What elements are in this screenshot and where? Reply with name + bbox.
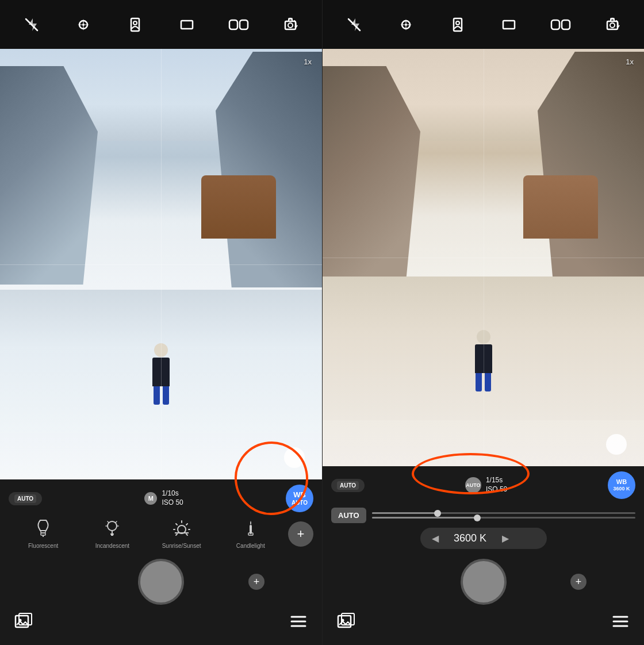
tree-right-warm [538,52,644,287]
svg-point-29 [456,21,459,25]
menu-icon-right[interactable] [611,614,630,633]
live-view-icon[interactable] [226,12,251,37]
left-bottom-controls: AUTO M 1/10s ISO 50 WB AUTO [0,479,322,645]
right-camera-info-row: AUTO AUTO 1/15s ISO 50 WB 3600 K [328,473,638,503]
svg-rect-12 [41,533,45,535]
live-view-icon-right[interactable] [548,12,573,37]
svg-rect-6 [229,20,237,29]
left-bottom-nav [6,609,316,639]
fluorescent-label: Fluorescent [28,543,58,549]
auto-label: AUTO [14,494,36,503]
temp-right-arrow[interactable]: ▶ [502,533,509,544]
candlelight-label: Candlelight [236,543,265,549]
wb-slider-1[interactable] [372,512,635,514]
right-bottom-controls: AUTO AUTO 1/15s ISO 50 WB 3600 K AUTO [323,466,644,645]
shutter-button-right[interactable] [461,559,507,605]
shutter-speed: 1/10s [162,489,178,498]
exposure-circle-right[interactable] [606,434,627,455]
candlelight-icon [245,519,256,541]
shutter-speed-right: 1/15s [486,476,503,485]
gallery-icon[interactable] [14,612,33,635]
menu-icon[interactable] [289,614,308,633]
temp-value: 3600 K [447,532,493,544]
shutter-button[interactable] [138,559,184,605]
mode-badge-right[interactable]: AUTO [465,477,481,493]
incandescent-icon [105,519,120,541]
mode-badge[interactable]: M [144,492,157,505]
svg-point-9 [288,23,293,28]
macro-icon[interactable] [71,12,96,37]
wb-sub: AUTO [292,500,308,506]
wb-auto-button[interactable]: AUTO [331,508,366,523]
wb-badge-right[interactable]: WB 3600 K [608,471,635,499]
temp-left-arrow[interactable]: ◀ [432,533,439,544]
svg-rect-30 [503,21,515,29]
right-shutter-row: + [328,552,638,609]
flash-off-icon[interactable] [19,12,44,37]
auto-badge-right[interactable]: AUTO [331,479,365,492]
left-viewfinder[interactable]: 1x [0,49,322,479]
wb-presets-row: Fluorescent Incandescent [6,516,316,552]
temp-control-row: ◀ 3600 K ▶ [328,528,638,552]
wb-sliders [372,512,635,519]
macro-icon-right[interactable] [393,12,419,37]
sunrise-icon [172,519,191,541]
fluorescent-icon [36,519,51,541]
wb-preset-sunrise[interactable]: Sunrise/Sunset [147,519,216,549]
svg-point-4 [133,21,137,25]
mode-stats: M 1/10s ISO 50 [144,489,183,507]
wb-slider-2[interactable] [372,517,635,519]
left-camera-info-row: AUTO M 1/10s ISO 50 WB AUTO [6,486,316,516]
svg-rect-35 [611,18,614,21]
svg-point-34 [610,23,615,28]
rock-warm [523,175,598,239]
incandescent-label: Incandescent [95,543,130,549]
wb-sub-right: 3600 K [613,486,630,492]
svg-rect-10 [289,18,292,21]
camera-stats-right: 1/15s ISO 50 [486,476,507,494]
iso-value-right: ISO 50 [486,485,507,494]
wb-label: WB [293,491,306,499]
temp-control: ◀ 3600 K ▶ [420,528,547,549]
left-toolbar [0,0,322,49]
iso-value: ISO 50 [162,498,183,508]
wb-preset-candlelight[interactable]: Candlelight [216,519,285,549]
camera-rotate-icon-right[interactable] [600,12,625,37]
wb-label-right: WB [616,478,627,486]
wb-badge[interactable]: WB AUTO [286,485,313,512]
wb-manual-row: AUTO [328,503,638,528]
sunrise-label: Sunrise/Sunset [162,543,201,549]
right-viewfinder[interactable]: 1x [323,49,644,466]
rock-formation [201,175,276,239]
left-shutter-row: + [6,552,316,609]
auto-label-right: AUTO [337,481,359,490]
shutter-plus-button[interactable]: + [248,574,264,590]
camera-rotate-icon[interactable] [278,12,303,37]
portrait-icon[interactable] [122,12,148,37]
aspect-ratio-icon[interactable] [174,12,200,37]
gallery-icon-right[interactable] [337,612,355,635]
zoom-indicator: 1x [304,57,312,66]
exposure-circle[interactable] [284,447,305,468]
svg-rect-7 [240,20,248,29]
add-wb-preset-button[interactable]: + [288,521,313,547]
aspect-ratio-icon-right[interactable] [496,12,522,37]
svg-rect-31 [551,20,559,29]
auto-badge[interactable]: AUTO [9,492,42,505]
svg-rect-5 [181,21,193,29]
portrait-icon-right[interactable] [445,12,470,37]
zoom-indicator-right: 1x [626,57,634,66]
tree-right [216,52,322,287]
right-bottom-nav [328,609,638,639]
shutter-plus-button-right[interactable]: + [570,574,586,590]
mode-stats-right: AUTO 1/15s ISO 50 [465,476,507,494]
wb-preset-fluorescent[interactable]: Fluorescent [9,519,78,549]
crosshair-horizontal [0,264,322,265]
camera-stats: 1/10s ISO 50 [162,489,183,507]
right-panel: 1x AUTO AUTO 1/15s ISO 50 WB 3600 K [322,0,644,645]
svg-rect-32 [562,20,570,29]
crosshair-h-right [323,258,644,258]
right-toolbar [323,0,644,49]
flash-off-icon-right[interactable] [342,12,367,37]
wb-preset-incandescent[interactable]: Incandescent [78,519,147,549]
